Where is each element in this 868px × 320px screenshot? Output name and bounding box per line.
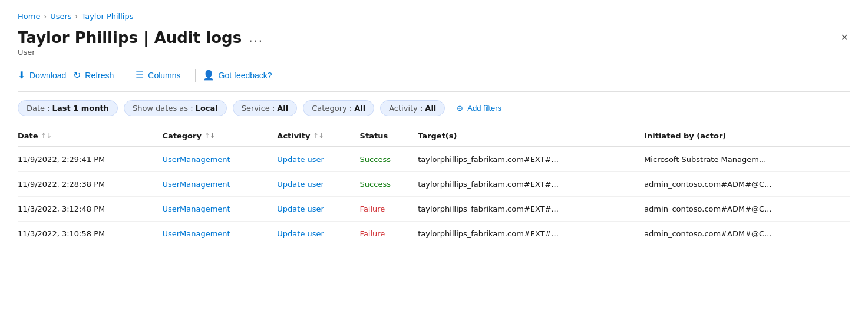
title-line: Taylor Phillips | Audit logs ... [18,29,263,47]
table-header: Date↑↓Category↑↓Activity↑↓StatusTarget(s… [18,126,850,147]
col-header-status: Status [360,126,418,147]
page-title: Taylor Phillips | Audit logs [18,29,242,47]
filter-chip-2[interactable]: Service : All [233,100,298,116]
feedback-button[interactable]: 👤 Got feedback? [203,66,279,84]
breadcrumb-sep-1: › [44,12,47,21]
cell-0: 11/3/2022, 3:10:58 PM [18,222,162,246]
cell-5: admin_contoso.com#ADM#@C... [644,197,850,222]
cell-5: admin_contoso.com#ADM#@C... [644,172,850,197]
breadcrumb-sep-2: › [75,12,78,21]
download-icon: ⬇ [18,70,25,81]
cell-3: Failure [360,222,418,246]
filter-chip-0[interactable]: Date : Last 1 month [18,100,118,116]
cell-2: Update user [277,222,359,246]
sort-icon: ↑↓ [41,134,52,139]
filter-value: Local [196,104,218,113]
cell-4: taylorphillips_fabrikam.com#EXT#... [418,172,644,197]
cell-3: Success [360,147,418,172]
col-header-initiated-by--actor-: Initiated by (actor) [644,126,850,147]
col-header-target-s-: Target(s) [418,126,644,147]
toolbar-separator-1 [128,69,128,82]
cell-2: Update user [277,172,359,197]
toolbar-separator-2 [195,69,196,82]
cell-3: Failure [360,197,418,222]
page-header: Taylor Phillips | Audit logs ... User × [18,29,850,57]
filter-value: Last 1 month [52,104,109,113]
cell-0: 11/3/2022, 3:12:48 PM [18,197,162,222]
columns-label: Columns [148,71,180,80]
filter-label: Date : [27,104,50,113]
add-filters-button[interactable]: ⊕ Add filters [451,101,507,116]
filter-chip-4[interactable]: Activity : All [380,100,445,116]
breadcrumb-users[interactable]: Users [50,12,71,21]
col-label: Category [162,131,201,140]
filters-row: Date : Last 1 monthShow dates as : Local… [18,92,850,123]
add-filters-icon: ⊕ [457,104,463,113]
columns-icon: ☰ [136,70,144,81]
refresh-label: Refresh [85,71,114,80]
cell-4: taylorphillips_fabrikam.com#EXT#... [418,222,644,246]
title-block: Taylor Phillips | Audit logs ... User [18,29,263,57]
table-row[interactable]: 11/9/2022, 2:28:38 PMUserManagementUpdat… [18,172,850,197]
close-button[interactable]: × [839,29,850,45]
filter-label: Service : [242,104,275,113]
page-subtitle: User [18,48,263,57]
cell-0: 11/9/2022, 2:28:38 PM [18,172,162,197]
cell-3: Success [360,172,418,197]
refresh-button[interactable]: ↻ Refresh [73,66,121,84]
cell-1: UserManagement [162,147,277,172]
feedback-label: Got feedback? [219,71,272,80]
cell-5: Microsoft Substrate Managem... [644,147,850,172]
col-header-activity[interactable]: Activity↑↓ [277,126,359,147]
filter-value: All [354,104,365,113]
cell-0: 11/9/2022, 2:29:41 PM [18,147,162,172]
cell-4: taylorphillips_fabrikam.com#EXT#... [418,147,644,172]
filter-label: Show dates as : [133,104,193,113]
col-label: Activity [277,131,310,140]
cell-1: UserManagement [162,197,277,222]
columns-button[interactable]: ☰ Columns [136,66,187,84]
filter-label: Activity : [389,104,423,113]
download-button[interactable]: ⬇ Download [18,66,73,84]
filter-chip-3[interactable]: Category : All [303,100,374,116]
filter-value: All [425,104,436,113]
feedback-icon: 👤 [203,70,214,81]
filter-chip-1[interactable]: Show dates as : Local [124,100,227,116]
cell-4: taylorphillips_fabrikam.com#EXT#... [418,197,644,222]
toolbar: ⬇ Download ↻ Refresh ☰ Columns 👤 Got fee… [18,66,850,92]
table-row[interactable]: 11/3/2022, 3:10:58 PMUserManagementUpdat… [18,222,850,246]
refresh-icon: ↻ [73,70,81,81]
cell-1: UserManagement [162,222,277,246]
col-label: Date [18,131,38,140]
cell-2: Update user [277,197,359,222]
filter-label: Category : [312,104,352,113]
sort-icon: ↑↓ [313,134,324,139]
col-header-category[interactable]: Category↑↓ [162,126,277,147]
col-header-date[interactable]: Date↑↓ [18,126,162,147]
table-row[interactable]: 11/3/2022, 3:12:48 PMUserManagementUpdat… [18,197,850,222]
filter-value: All [277,104,288,113]
add-filters-label: Add filters [467,104,501,113]
audit-log-table: Date↑↓Category↑↓Activity↑↓StatusTarget(s… [18,126,850,246]
table-row[interactable]: 11/9/2022, 2:29:41 PMUserManagementUpdat… [18,147,850,172]
breadcrumb: Home › Users › Taylor Phillips [18,12,850,21]
cell-1: UserManagement [162,172,277,197]
table-body: 11/9/2022, 2:29:41 PMUserManagementUpdat… [18,147,850,246]
cell-2: Update user [277,147,359,172]
filter-chips: Date : Last 1 monthShow dates as : Local… [18,100,445,116]
more-options-button[interactable]: ... [249,31,263,45]
sort-icon: ↑↓ [204,134,215,139]
download-label: Download [29,71,66,80]
breadcrumb-taylor[interactable]: Taylor Phillips [81,12,133,21]
breadcrumb-home[interactable]: Home [18,12,40,21]
cell-5: admin_contoso.com#ADM#@C... [644,222,850,246]
